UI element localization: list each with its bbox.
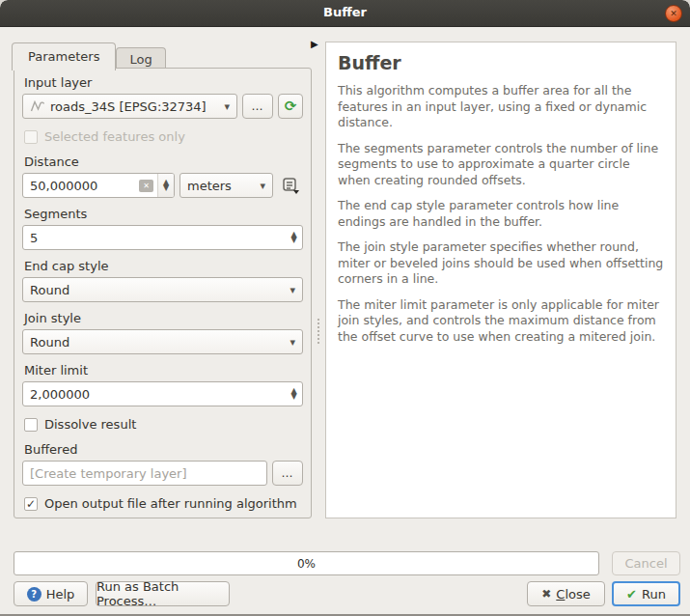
run-as-batch-button[interactable]: Run as Batch Process… (96, 581, 230, 606)
segments-spinbox: ▲ ▼ (22, 225, 303, 250)
close-label: Close (556, 587, 590, 602)
input-layer-value: roads_34S [EPSG:32734] (50, 99, 219, 114)
join-style-value: Round (30, 335, 285, 350)
help-button[interactable]: ? Help (14, 581, 88, 606)
parameters-panel: Input layer roads_34S [EPSG:32734] ▾ … ⟳… (14, 68, 312, 518)
data-defined-override-icon (281, 176, 300, 195)
open-output-checkbox-row[interactable]: ✓ Open output file after running algorit… (24, 496, 301, 511)
buffered-output-input[interactable] (22, 461, 267, 486)
segments-label: Segments (24, 207, 301, 221)
help-title: Buffer (338, 52, 664, 73)
distance-label: Distance (24, 154, 301, 169)
run-button[interactable]: ✔ Run (612, 581, 680, 606)
dissolve-checkbox[interactable] (24, 418, 38, 432)
close-x-icon: ✖ (541, 587, 551, 601)
clear-value-icon[interactable]: ✕ (139, 180, 153, 192)
line-layer-icon (30, 99, 45, 113)
run-label: Run (642, 587, 666, 602)
help-paragraph: The join style parameter specifies wheth… (338, 239, 664, 288)
open-output-label: Open output file after running algorithm (44, 496, 297, 511)
open-output-checkbox[interactable]: ✓ (24, 497, 38, 511)
input-layer-browse-button[interactable]: … (242, 94, 273, 119)
close-button[interactable]: ✖ Close (527, 581, 605, 606)
batch-label: Run as Batch Process… (97, 579, 229, 608)
chevron-down-icon: ▾ (290, 337, 295, 348)
splitter-handle[interactable] (317, 319, 319, 344)
distance-input[interactable] (23, 179, 139, 193)
titlebar[interactable]: Buffer ✕ (0, 0, 690, 27)
distance-units-combo[interactable]: meters ▾ (179, 173, 273, 198)
window-title: Buffer (0, 5, 690, 19)
ellipsis-icon: … (282, 466, 294, 480)
cancel-label: Cancel (624, 556, 667, 571)
help-panel: Buffer This algorithm computes a buffer … (325, 42, 676, 518)
distance-spinner[interactable]: ▲ ▼ (157, 174, 174, 197)
help-paragraph: The miter limit parameter is only applic… (338, 297, 664, 346)
buffer-dialog: Buffer ✕ ParametersLog ▶ Input layer roa… (0, 0, 690, 616)
miter-limit-spinner[interactable]: ▲ ▼ (286, 382, 302, 406)
input-layer-combo[interactable]: roads_34S [EPSG:32734] ▾ (22, 94, 237, 119)
run-check-icon: ✔ (626, 587, 637, 602)
help-paragraph: This algorithm computes a buffer area fo… (338, 83, 664, 131)
help-paragraph: The end cap style parameter controls how… (338, 198, 664, 230)
help-label: Help (46, 587, 75, 602)
end-cap-style-value: Round (30, 283, 285, 297)
segments-spinner[interactable]: ▲ ▼ (286, 226, 302, 249)
cancel-button: Cancel (612, 551, 680, 575)
end-cap-style-combo[interactable]: Round ▾ (22, 277, 303, 302)
panel-collapse-icon[interactable]: ▶ (311, 40, 318, 49)
selected-features-label: Selected features only (44, 129, 185, 144)
data-defined-override-button[interactable] (278, 173, 303, 198)
progress-bar: 0% (14, 551, 599, 575)
buffered-label: Buffered (24, 442, 301, 457)
tab-bar: ParametersLog (12, 42, 166, 69)
segments-input[interactable] (23, 231, 286, 245)
distance-units-value: meters (187, 179, 255, 193)
chevron-down-icon: ▾ (224, 101, 230, 112)
chevron-down-icon: ▾ (290, 285, 295, 295)
progress-value: 0% (297, 557, 316, 571)
tab-parameters[interactable]: Parameters (12, 42, 116, 70)
input-layer-label: Input layer (24, 75, 301, 90)
miter-limit-spinbox: ▲ ▼ (22, 381, 303, 406)
help-paragraph: The segments parameter controls the numb… (338, 141, 664, 189)
buffered-browse-button[interactable]: … (272, 461, 303, 486)
join-style-label: Join style (24, 311, 301, 325)
ellipsis-icon: … (252, 99, 264, 113)
spin-down-icon: ▼ (290, 238, 296, 243)
distance-spinbox: ✕ ▲ ▼ (22, 173, 175, 198)
window-close-button[interactable]: ✕ (665, 5, 682, 22)
dissolve-label: Dissolve result (44, 417, 136, 432)
help-icon: ? (27, 587, 41, 602)
spin-down-icon: ▼ (290, 394, 296, 400)
dissolve-checkbox-row[interactable]: Dissolve result (24, 417, 301, 432)
chevron-down-icon: ▾ (260, 181, 265, 191)
join-style-combo[interactable]: Round ▾ (22, 329, 303, 354)
end-cap-style-label: End cap style (24, 259, 301, 273)
reload-icon: ⟳ (285, 99, 297, 114)
spin-down-icon: ▼ (163, 185, 169, 191)
selected-features-checkbox-row: Selected features only (24, 129, 301, 144)
window-close-icon: ✕ (670, 10, 677, 18)
iterate-layer-button[interactable]: ⟳ (278, 94, 303, 119)
miter-limit-input[interactable] (23, 387, 286, 402)
miter-limit-label: Miter limit (24, 363, 301, 378)
selected-features-checkbox (24, 130, 38, 144)
